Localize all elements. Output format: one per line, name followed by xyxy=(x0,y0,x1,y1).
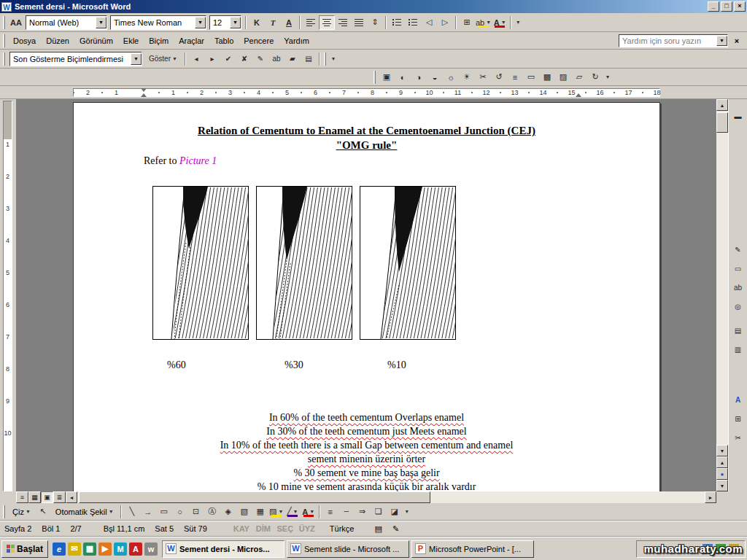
spelling-status-icon[interactable]: ✎ xyxy=(392,524,399,534)
menu-tablo[interactable]: Tablo xyxy=(209,34,239,47)
previous-change-icon[interactable]: ◂ xyxy=(188,52,204,66)
toolbar-grip[interactable] xyxy=(3,16,5,29)
horizontal-scroll-thumb[interactable] xyxy=(79,491,430,503)
toolbar-options-icon[interactable]: ▾ xyxy=(606,74,609,80)
winamp-icon[interactable]: w xyxy=(144,542,158,556)
document-map-icon[interactable]: ▤ xyxy=(730,323,746,338)
toolbar-grip[interactable] xyxy=(3,52,5,66)
borders-button[interactable]: ⊞ xyxy=(459,15,475,30)
mode-indicator[interactable]: KAY xyxy=(231,524,252,533)
chevron-down-icon[interactable]: ▼ xyxy=(309,509,314,514)
mode-indicator[interactable]: ÜYZ xyxy=(296,524,318,533)
toolbar-grip[interactable] xyxy=(3,505,5,518)
color-icon[interactable]: ◐ xyxy=(395,70,411,85)
underline-button[interactable]: A xyxy=(281,15,297,30)
font-color-button[interactable]: A▼ xyxy=(492,15,508,30)
highlighter-pen-icon[interactable]: ✎ xyxy=(730,242,746,257)
less-brightness-icon[interactable]: ☀ xyxy=(459,70,475,85)
rectangle-icon[interactable]: ▭ xyxy=(156,505,172,519)
dash-style-icon[interactable]: ┄ xyxy=(338,505,355,519)
spelling-book-icon[interactable]: ▤ xyxy=(374,524,382,534)
align-left-button[interactable] xyxy=(303,15,319,30)
select-objects-button[interactable]: ↖ xyxy=(35,505,51,519)
next-page-icon[interactable]: ▼ xyxy=(716,480,728,491)
select-browse-object-icon[interactable]: ● xyxy=(716,468,728,480)
set-transparent-color-icon[interactable]: ▱ xyxy=(571,70,587,85)
increase-indent-button[interactable]: ▷ xyxy=(437,15,453,30)
scroll-up-icon[interactable]: ▲ xyxy=(716,99,728,111)
right-indent-marker[interactable] xyxy=(576,93,581,97)
more-contrast-icon[interactable]: ◑ xyxy=(411,70,427,85)
picture-reference-link[interactable]: Picture 1 xyxy=(179,155,217,166)
help-question-input[interactable]: Yardım için soru yazın▼ xyxy=(619,34,728,47)
arrow-icon[interactable]: → xyxy=(140,505,156,519)
highlight-icon[interactable]: ab xyxy=(268,52,285,66)
cut-icon[interactable]: ✂ xyxy=(730,430,746,445)
chevron-down-icon[interactable]: ▼ xyxy=(195,17,206,28)
shadow-style-icon[interactable]: ❏ xyxy=(371,505,387,519)
threed-style-icon[interactable]: ◪ xyxy=(387,505,403,519)
mode-indicator[interactable]: DİM xyxy=(252,524,274,533)
web-layout-view-button[interactable]: ▦ xyxy=(28,491,41,503)
autoshapes-menu-button[interactable]: Otomatik Şekil▼ xyxy=(51,505,118,519)
minimize-button[interactable]: _ xyxy=(708,1,719,12)
toolbar-options-icon[interactable]: ▾ xyxy=(516,19,519,26)
line-icon[interactable]: ╲ xyxy=(124,505,140,519)
horizontal-scroll-track[interactable] xyxy=(77,491,705,503)
crop-icon[interactable]: ✂ xyxy=(475,70,491,85)
split-box-icon[interactable]: ▬ xyxy=(730,109,746,123)
style-combobox[interactable]: Normal (Web)▼ xyxy=(26,15,107,30)
text-wrapping-icon[interactable]: ▩ xyxy=(539,70,555,85)
language-indicator[interactable]: Türkçe xyxy=(330,524,355,533)
internet-explorer-icon[interactable]: e xyxy=(53,542,66,556)
toolbar-options-icon[interactable]: ▾ xyxy=(406,508,409,515)
insert-comment-icon[interactable]: ▭ xyxy=(730,261,746,276)
compress-pictures-icon[interactable]: ▭ xyxy=(523,70,539,85)
chevron-down-icon[interactable]: ▼ xyxy=(716,36,727,46)
scroll-thumb[interactable] xyxy=(716,112,728,133)
font-size-combobox[interactable]: 12▼ xyxy=(209,15,241,30)
reviewing-pane-icon[interactable]: ▤ xyxy=(301,52,317,66)
draw-menu-button[interactable]: Çiz▼ xyxy=(8,505,35,519)
toolbar-grip[interactable] xyxy=(374,71,376,84)
fill-color-button[interactable]: ▨▼ xyxy=(268,505,285,519)
insert-textbox-icon[interactable]: ab xyxy=(730,280,746,295)
more-brightness-icon[interactable]: ☼ xyxy=(443,70,459,85)
grid-icon[interactable]: ⊞ xyxy=(730,411,746,426)
styles-pane-icon[interactable]: A xyxy=(730,392,746,407)
format-picture-icon[interactable]: ▨ xyxy=(555,70,571,85)
font-combobox[interactable]: Times New Roman▼ xyxy=(110,15,206,30)
task-button-word-2[interactable]: WSement slide - Microsoft ... xyxy=(287,540,409,558)
first-line-indent-marker[interactable] xyxy=(141,88,147,92)
chevron-down-icon[interactable]: ▼ xyxy=(96,17,107,28)
menu-araclar[interactable]: Araçlar xyxy=(174,34,209,47)
previous-page-icon[interactable]: ▲ xyxy=(716,456,728,468)
line-color-button[interactable]: ╱▼ xyxy=(285,505,301,519)
msn-messenger-icon[interactable]: M xyxy=(114,542,127,556)
arrow-style-icon[interactable]: ⇒ xyxy=(355,505,371,519)
menu-pencere[interactable]: Pencere xyxy=(239,34,279,47)
show-desktop-icon[interactable]: ▦ xyxy=(83,542,96,556)
chevron-down-icon[interactable]: ▼ xyxy=(131,53,142,65)
toolbar-options-icon[interactable]: ▾ xyxy=(332,55,335,62)
wordart-icon[interactable]: Ⓐ xyxy=(204,505,220,519)
document-page[interactable]: Relation of Cementum to Enamel at the Ce… xyxy=(73,102,660,491)
decrease-indent-button[interactable]: ◁ xyxy=(421,15,437,30)
italic-button[interactable]: T xyxy=(265,15,281,30)
align-right-button[interactable] xyxy=(335,15,351,30)
font-color-button[interactable]: A▼ xyxy=(301,505,317,519)
toolbar-grip[interactable] xyxy=(324,52,326,66)
reject-change-icon[interactable]: ✘ xyxy=(236,52,252,66)
diagram-icon[interactable]: ◈ xyxy=(220,505,236,519)
bold-button[interactable]: K xyxy=(249,15,265,30)
scroll-down-icon[interactable]: ▼ xyxy=(716,445,728,456)
oval-icon[interactable]: ○ xyxy=(172,505,188,519)
align-center-button[interactable] xyxy=(319,15,335,30)
task-button-word-1[interactable]: WSement dersi - Micros... xyxy=(162,540,285,558)
media-player-icon[interactable]: ▶ xyxy=(98,542,112,556)
browse-target-icon[interactable]: ◎ xyxy=(730,299,746,314)
menubar-close-icon[interactable]: × xyxy=(731,36,743,45)
acrobat-reader-icon[interactable]: A xyxy=(129,542,142,556)
line-style-icon[interactable]: ≡ xyxy=(322,505,338,519)
task-button-powerpoint[interactable]: PMicrosoft PowerPoint - [... xyxy=(411,540,534,558)
